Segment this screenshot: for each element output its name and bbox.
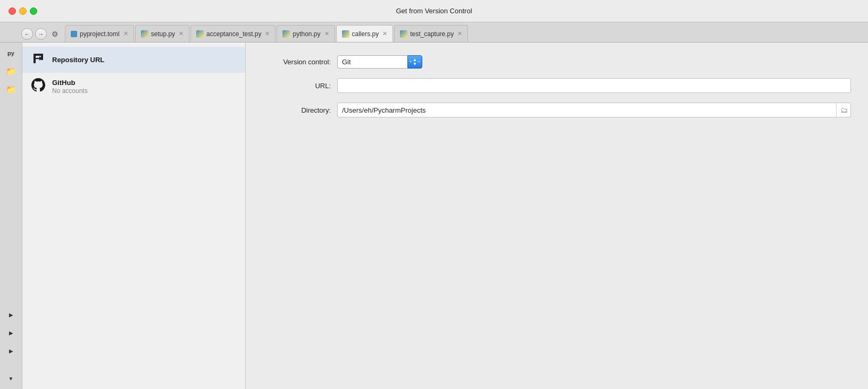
tab-acceptance-test[interactable]: acceptance_test.py ✕	[190, 25, 276, 42]
left-gutter: py 📁 📁 ▶ ▶ ▶ ▼	[0, 43, 22, 389]
close-button[interactable]	[9, 7, 16, 15]
sidebar-item-title-github: GitHub	[52, 79, 88, 87]
sidebar-item-text-github: GitHub No accounts	[52, 79, 88, 95]
tab-icon-callers	[342, 30, 349, 38]
window-title: Get from Version Control	[396, 7, 472, 15]
tab-label-python: python.py	[293, 30, 320, 38]
gear-icon: ⚙	[52, 30, 59, 38]
tab-icon-acceptance-test	[196, 30, 204, 38]
content-area: py 📁 📁 ▶ ▶ ▶ ▼	[0, 43, 868, 389]
sidebar-item-subtitle-github: No accounts	[52, 87, 88, 95]
forward-button[interactable]: →	[35, 28, 47, 40]
minimize-button[interactable]	[19, 7, 27, 15]
maximize-button[interactable]	[30, 7, 37, 15]
url-input[interactable]	[337, 78, 851, 93]
folder-icon-2[interactable]: 📁	[3, 81, 20, 98]
tab-label-setup: setup.py	[151, 30, 175, 38]
collapse-arrow[interactable]: ▼	[3, 370, 20, 387]
url-row: URL:	[263, 78, 851, 93]
repo-icon	[31, 52, 46, 67]
tab-icon-setup	[141, 30, 148, 38]
sidebar-item-text-repository-url: Repository URL	[52, 56, 104, 64]
down-arrow: ▼	[9, 376, 14, 382]
tab-setup[interactable]: setup.py ✕	[135, 25, 189, 42]
title-bar: Get from Version Control	[0, 0, 868, 22]
version-control-label: Version control:	[263, 58, 337, 66]
github-icon	[31, 78, 46, 95]
main-panel: Version control: Git ▲ ▼ URL:	[246, 43, 868, 389]
directory-label: Directory:	[263, 106, 337, 114]
expand-arrow-3[interactable]: ▶	[3, 342, 20, 359]
tab-close-setup[interactable]: ✕	[179, 30, 183, 37]
py-label: py	[7, 50, 14, 56]
folder-icon-1[interactable]: 📁	[3, 63, 20, 80]
tab-close-test-capture[interactable]: ✕	[457, 30, 462, 37]
left-sidebar-icon[interactable]: py	[3, 45, 20, 62]
directory-browse-button[interactable]: 🗂	[836, 103, 851, 117]
directory-input-wrapper: 🗂	[337, 103, 851, 117]
directory-row: Directory: 🗂	[263, 103, 851, 117]
folder-browse-icon: 🗂	[840, 106, 848, 114]
sidebar-item-title-repository-url: Repository URL	[52, 56, 104, 64]
right-arrow-1: ▶	[9, 312, 13, 318]
folder-glyph-2: 📁	[6, 84, 16, 95]
sidebar: Repository URL GitHub No accounts	[22, 43, 246, 389]
directory-input[interactable]	[337, 103, 851, 117]
traffic-lights	[0, 7, 37, 15]
select-arrows: ▲ ▼	[413, 58, 417, 66]
back-icon: ←	[24, 31, 30, 37]
tab-callers[interactable]: callers.py ✕	[336, 25, 394, 42]
right-arrow-2: ▶	[9, 330, 13, 336]
expand-arrow-1[interactable]: ▶	[3, 306, 20, 323]
tab-label-test-capture: test_capture.py	[410, 30, 454, 38]
folder-glyph-1: 📁	[6, 66, 16, 77]
tab-close-acceptance-test[interactable]: ✕	[265, 30, 270, 37]
tab-close-python[interactable]: ✕	[324, 30, 329, 37]
tab-close-pyproject[interactable]: ✕	[123, 30, 128, 37]
expand-arrow-2[interactable]: ▶	[3, 324, 20, 341]
tab-python[interactable]: python.py ✕	[277, 25, 335, 42]
tab-icon-pyproject	[71, 31, 77, 37]
url-label: URL:	[263, 82, 337, 90]
tab-icon-python	[282, 30, 290, 38]
sidebar-item-repository-url[interactable]: Repository URL	[22, 47, 245, 73]
settings-icon[interactable]: ⚙	[49, 28, 61, 40]
tab-label-pyproject: pyproject.toml	[80, 30, 120, 38]
version-control-select[interactable]: Git ▲ ▼	[337, 55, 422, 69]
tab-test-capture[interactable]: test_capture.py ✕	[394, 25, 468, 42]
sidebar-item-github[interactable]: GitHub No accounts	[22, 73, 245, 100]
tab-close-callers[interactable]: ✕	[382, 30, 387, 37]
tabs-bar: ← → ⚙ pyproject.toml ✕ setup.py ✕ accept…	[0, 22, 868, 43]
version-control-row: Version control: Git ▲ ▼	[263, 55, 851, 69]
forward-icon: →	[38, 31, 44, 37]
tab-label-acceptance-test: acceptance_test.py	[206, 30, 261, 38]
tab-label-callers: callers.py	[352, 30, 379, 38]
right-arrow-3: ▶	[9, 348, 13, 354]
back-button[interactable]: ←	[21, 28, 33, 40]
select-arrow-btn[interactable]: ▲ ▼	[407, 55, 422, 69]
tab-icon-test-capture	[400, 30, 407, 38]
tab-pyproject[interactable]: pyproject.toml ✕	[65, 25, 134, 42]
